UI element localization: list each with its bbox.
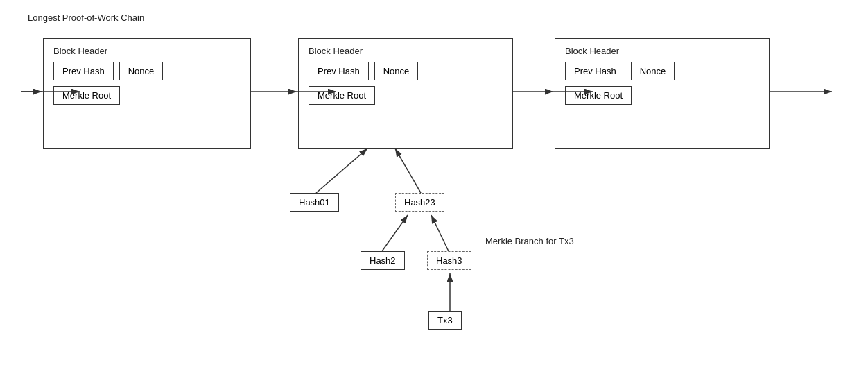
block-1-merkle-root: Merkle Root	[53, 86, 120, 105]
block-2: Block Header Prev Hash Nonce Merkle Root	[298, 38, 513, 149]
merkle-branch-label: Merkle Branch for Tx3	[485, 236, 574, 246]
block-1-row1: Prev Hash Nonce	[53, 62, 241, 80]
tx3-box: Tx3	[428, 311, 462, 330]
block-2-row1: Prev Hash Nonce	[309, 62, 503, 80]
block-1-label: Block Header	[53, 46, 241, 56]
block-3-row1: Prev Hash Nonce	[565, 62, 759, 80]
block-3-label: Block Header	[565, 46, 759, 56]
block-2-prev-hash: Prev Hash	[309, 62, 369, 80]
diagram-title: Longest Proof-of-Work Chain	[28, 12, 144, 23]
block-2-nonce: Nonce	[374, 62, 419, 80]
block-1-nonce: Nonce	[119, 62, 164, 80]
hash23-box: Hash23	[395, 193, 444, 212]
hash3-box: Hash3	[427, 251, 471, 270]
hash01-box: Hash01	[290, 193, 339, 212]
svg-line-9	[316, 148, 367, 193]
block-3-prev-hash: Prev Hash	[565, 62, 625, 80]
block-3-row2: Merkle Root	[565, 86, 759, 105]
block-3-nonce: Nonce	[631, 62, 675, 80]
block-1-row2: Merkle Root	[53, 86, 241, 105]
svg-line-10	[395, 148, 421, 193]
svg-line-12	[431, 215, 449, 251]
block-2-merkle-root: Merkle Root	[309, 86, 375, 105]
block-2-label: Block Header	[309, 46, 503, 56]
block-2-row2: Merkle Root	[309, 86, 503, 105]
hash2-box: Hash2	[361, 251, 405, 270]
block-1: Block Header Prev Hash Nonce Merkle Root	[43, 38, 251, 149]
svg-line-11	[382, 215, 408, 251]
block-3-merkle-root: Merkle Root	[565, 86, 632, 105]
block-1-prev-hash: Prev Hash	[53, 62, 114, 80]
block-3: Block Header Prev Hash Nonce Merkle Root	[555, 38, 770, 149]
